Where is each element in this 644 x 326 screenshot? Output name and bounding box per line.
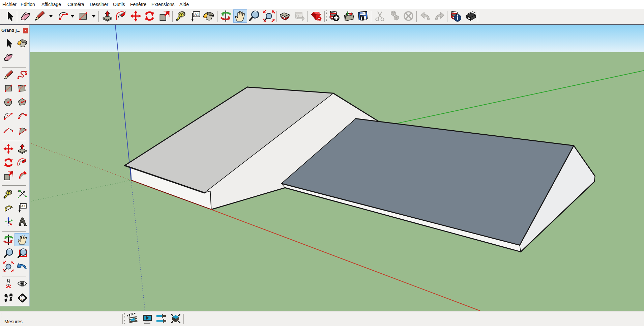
svg-text:A1: A1 xyxy=(194,12,199,17)
svg-text:A1: A1 xyxy=(21,204,26,208)
svg-text:3: 3 xyxy=(18,189,19,192)
